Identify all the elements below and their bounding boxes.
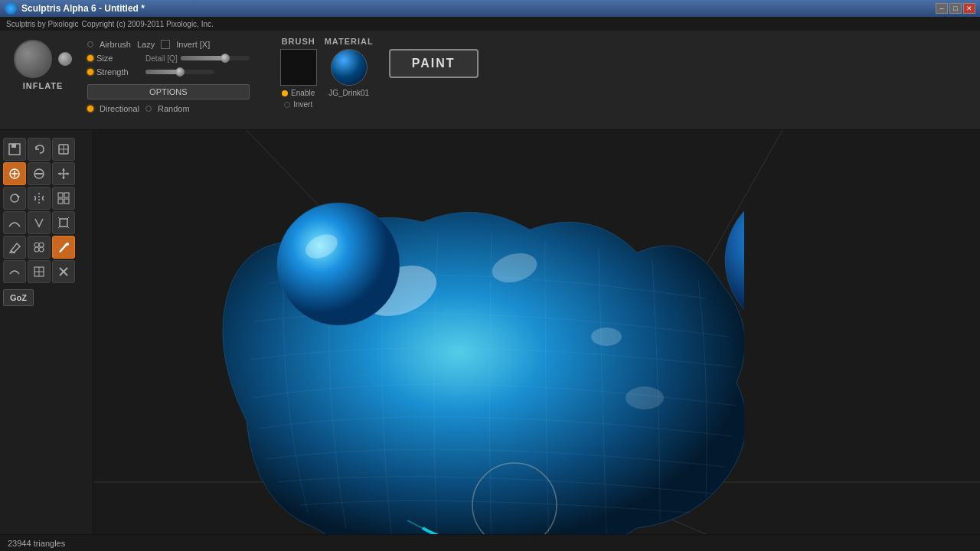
brush-avatar[interactable] bbox=[14, 40, 52, 78]
svg-point-25 bbox=[34, 243, 39, 247]
tool-grid[interactable] bbox=[52, 187, 75, 210]
svg-point-42 bbox=[591, 328, 622, 346]
paint-button[interactable]: PAINT bbox=[389, 49, 479, 78]
top-panel: INFLATE Airbrush Lazy Invert [X] Size De… bbox=[0, 31, 980, 130]
svg-marker-8 bbox=[62, 168, 65, 171]
directional-label: Directional bbox=[100, 104, 139, 113]
tool-scale[interactable] bbox=[52, 211, 75, 234]
svg-line-22 bbox=[58, 227, 60, 228]
lazy-label[interactable]: Lazy bbox=[137, 40, 155, 49]
airbrush-label[interactable]: Airbrush bbox=[100, 40, 131, 49]
svg-line-23 bbox=[67, 227, 69, 228]
material-section: MATERIAL JG_Drink01 bbox=[325, 37, 374, 97]
svg-rect-15 bbox=[58, 193, 63, 197]
svg-point-44 bbox=[277, 203, 400, 325]
tool-rotate[interactable] bbox=[3, 187, 26, 210]
tool-undo[interactable] bbox=[28, 138, 51, 161]
material-preview[interactable] bbox=[331, 49, 368, 86]
app-icon bbox=[5, 2, 17, 15]
inflate-label: INFLATE bbox=[23, 81, 64, 90]
brush-invert-dot bbox=[284, 102, 290, 108]
svg-rect-19 bbox=[60, 219, 67, 227]
svg-marker-10 bbox=[58, 172, 60, 175]
svg-rect-18 bbox=[64, 199, 69, 204]
controls-area: Airbrush Lazy Invert [X] Size Detail [Q]… bbox=[80, 40, 250, 113]
svg-point-26 bbox=[39, 243, 44, 247]
paint-area: PAINT bbox=[389, 49, 479, 78]
dot-indicator bbox=[58, 52, 72, 66]
size-slider[interactable] bbox=[181, 56, 250, 60]
toolbar-row-1 bbox=[3, 138, 90, 161]
tool-symmetry[interactable] bbox=[28, 187, 51, 210]
svg-point-27 bbox=[34, 247, 39, 252]
tool-inflate[interactable] bbox=[3, 162, 26, 185]
size-slider-container: Size Detail [Q] bbox=[87, 54, 250, 63]
directionality-section: Directional Random bbox=[87, 104, 250, 113]
brush-enable-dot bbox=[282, 90, 288, 96]
svg-marker-13 bbox=[17, 196, 20, 198]
brush-section: BRUSH Enable Invert bbox=[280, 37, 317, 109]
strength-radio bbox=[87, 69, 93, 75]
toolbar-row-5 bbox=[3, 236, 90, 259]
toolbar-row-6 bbox=[3, 260, 90, 283]
strength-slider-container: Strength bbox=[87, 67, 250, 77]
tool-smooth[interactable] bbox=[3, 260, 26, 283]
brush-enable-row: Enable bbox=[282, 89, 315, 97]
options-button[interactable]: OPTIONS bbox=[87, 84, 250, 99]
strength-slider[interactable] bbox=[145, 70, 214, 74]
tool-save[interactable] bbox=[3, 138, 26, 161]
goz-button[interactable]: GoZ bbox=[3, 289, 34, 306]
size-slider-thumb[interactable] bbox=[220, 54, 230, 63]
copyright-text: Copyright (c) 2009-2011 Pixologic, Inc. bbox=[81, 20, 213, 28]
random-label: Random bbox=[158, 104, 190, 113]
brush-section-label: BRUSH bbox=[282, 37, 315, 46]
random-radio[interactable] bbox=[145, 106, 152, 112]
svg-point-28 bbox=[39, 247, 44, 252]
tool-move[interactable] bbox=[52, 162, 75, 185]
3d-model bbox=[132, 130, 744, 534]
triangle-count: 23944 triangles bbox=[8, 539, 65, 548]
material-section-label: MATERIAL bbox=[325, 37, 374, 46]
airbrush-radio[interactable] bbox=[87, 41, 93, 47]
tool-erase[interactable] bbox=[3, 236, 26, 259]
menu-bar: Sculptris by Pixologic Copyright (c) 200… bbox=[0, 17, 980, 31]
tool-paint-active[interactable] bbox=[52, 236, 75, 259]
toolbar-row-3 bbox=[3, 187, 90, 210]
toolbar-row-4 bbox=[3, 211, 90, 234]
tool-subdivide[interactable] bbox=[28, 260, 51, 283]
tool-reduce[interactable] bbox=[52, 260, 75, 283]
window-controls: – □ ✕ bbox=[936, 3, 975, 14]
brush-invert-row: Invert bbox=[284, 100, 312, 109]
tool-flatten[interactable] bbox=[28, 162, 51, 185]
brush-preview[interactable] bbox=[280, 49, 317, 86]
svg-line-21 bbox=[67, 217, 69, 219]
svg-point-29 bbox=[66, 243, 69, 246]
inflate-area: INFLATE bbox=[14, 37, 72, 90]
size-label: Size bbox=[96, 54, 142, 63]
minimize-button[interactable]: – bbox=[936, 3, 948, 14]
svg-rect-16 bbox=[64, 193, 69, 197]
tool-crease[interactable] bbox=[3, 211, 26, 234]
material-name: JG_Drink01 bbox=[328, 89, 369, 97]
invert-label[interactable]: Invert [X] bbox=[176, 40, 210, 49]
close-button[interactable]: ✕ bbox=[963, 3, 975, 14]
directional-radio[interactable] bbox=[87, 106, 93, 112]
toolbar-row-2 bbox=[3, 162, 90, 185]
viewport[interactable] bbox=[93, 130, 980, 534]
strength-label: Strength bbox=[96, 67, 142, 77]
status-bar: 23944 triangles bbox=[0, 534, 980, 551]
brush-invert-label: Invert bbox=[293, 100, 312, 109]
goz-area: GoZ bbox=[3, 289, 90, 306]
detail-label: Detail [Q] bbox=[145, 54, 178, 63]
tool-transform[interactable] bbox=[52, 138, 75, 161]
size-slider-fill bbox=[181, 56, 226, 60]
tool-drag[interactable] bbox=[28, 236, 51, 259]
svg-rect-1 bbox=[11, 144, 16, 148]
brush-enable-label: Enable bbox=[291, 89, 315, 97]
strength-slider-thumb[interactable] bbox=[175, 67, 185, 77]
svg-marker-9 bbox=[62, 177, 65, 179]
maximize-button[interactable]: □ bbox=[949, 3, 962, 14]
svg-rect-17 bbox=[58, 199, 63, 204]
invert-checkbox[interactable] bbox=[161, 40, 170, 49]
tool-pinch[interactable] bbox=[28, 211, 51, 234]
